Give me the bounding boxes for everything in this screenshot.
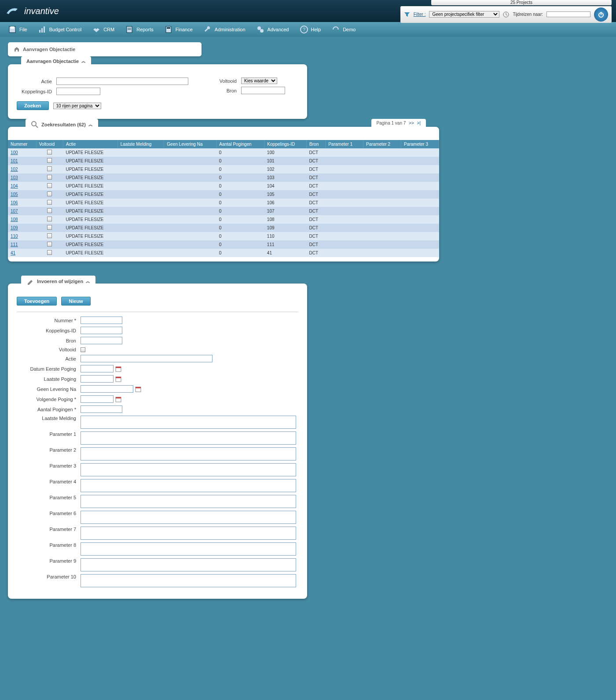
calendar-icon[interactable] <box>115 376 121 382</box>
p3-label: Parameter 3 <box>17 463 81 468</box>
p4-input[interactable] <box>81 479 296 492</box>
actie-input2[interactable] <box>81 355 213 362</box>
table-header[interactable]: Bron <box>307 140 326 148</box>
calendar-icon[interactable] <box>135 386 141 392</box>
table-header[interactable]: Parameter 1 <box>326 140 363 148</box>
svg-rect-22 <box>116 377 121 378</box>
actie-input[interactable] <box>56 77 188 85</box>
aantal-pogingen-input[interactable] <box>81 405 122 413</box>
menu-admin[interactable]: Administration <box>199 22 250 37</box>
voltooid-checkbox[interactable] <box>81 347 85 352</box>
nummer-link[interactable]: 103 <box>11 175 18 180</box>
nummer-link[interactable]: 106 <box>11 200 18 205</box>
cell-melding <box>117 182 164 190</box>
datum-eerste-input[interactable] <box>81 365 114 372</box>
table-header[interactable]: Aantal Pogingen <box>216 140 264 148</box>
pagination-next[interactable]: >> <box>409 121 414 125</box>
p6-input[interactable] <box>81 511 296 524</box>
voltooid-checkbox[interactable] <box>47 250 52 255</box>
bron-input2[interactable] <box>81 337 122 344</box>
voltooid-checkbox[interactable] <box>47 225 52 230</box>
koppelings-input[interactable] <box>56 88 100 95</box>
voltooid-checkbox[interactable] <box>47 150 52 155</box>
table-header[interactable]: Laatste Melding <box>117 140 164 148</box>
nummer-link[interactable]: 111 <box>11 242 18 247</box>
calendar-icon[interactable] <box>115 396 121 402</box>
menu-finance[interactable]: Finance <box>160 22 197 37</box>
voltooid-checkbox[interactable] <box>47 183 52 188</box>
cell-bron: DCT <box>307 165 326 173</box>
nummer-link[interactable]: 100 <box>11 150 18 155</box>
filter-link[interactable]: Filter : <box>414 12 426 17</box>
table-header[interactable]: Actie <box>63 140 118 148</box>
cell-pogingen: 0 <box>216 249 264 257</box>
laatste-poging-input[interactable] <box>81 375 114 383</box>
nummer-input[interactable] <box>81 317 122 324</box>
p5-input[interactable] <box>81 495 296 508</box>
zoeken-button[interactable]: Zoeken <box>17 101 49 110</box>
p10-input[interactable] <box>81 574 296 587</box>
table-row: 109UPDATE FILESIZE0109DCT <box>8 224 439 232</box>
calendar-icon[interactable] <box>115 366 121 372</box>
nieuw-button[interactable]: Nieuw <box>61 297 90 306</box>
collapse-icon[interactable]: ︽ <box>81 58 86 64</box>
filter-select[interactable]: Geen projectspecifiek filter <box>429 11 499 18</box>
p8-input[interactable] <box>81 542 296 556</box>
p2-input[interactable] <box>81 447 296 461</box>
home-icon[interactable] <box>14 47 19 52</box>
koppel-input[interactable] <box>81 327 122 334</box>
table-header[interactable]: Parameter 3 <box>401 140 439 148</box>
power-button[interactable] <box>594 7 608 22</box>
table-header[interactable]: Nummer <box>8 140 36 148</box>
pagination-last[interactable]: >| <box>417 121 421 125</box>
menu-file[interactable]: File <box>4 22 32 37</box>
cell-pogingen: 0 <box>216 157 264 165</box>
table-header[interactable]: Parameter 2 <box>363 140 401 148</box>
voltooid-checkbox[interactable] <box>47 233 52 238</box>
menu-help[interactable]: ?Help <box>295 22 326 37</box>
collapse-icon[interactable]: ︽ <box>88 122 93 128</box>
table-header[interactable]: Geen Levering Na <box>164 140 216 148</box>
voltooid-select[interactable]: Kies waarde <box>241 77 277 84</box>
voltooid-checkbox[interactable] <box>47 217 52 221</box>
volgende-poging-label: Volgende Poging * <box>17 397 81 402</box>
cell-koppel: 100 <box>264 148 307 157</box>
voltooid-checkbox[interactable] <box>47 192 52 196</box>
voltooid-checkbox[interactable] <box>47 200 52 205</box>
menu-reports[interactable]: Reports <box>121 22 158 37</box>
toevoegen-button[interactable]: Toevoegen <box>17 297 57 306</box>
voltooid-checkbox[interactable] <box>47 208 52 213</box>
nummer-link[interactable]: 109 <box>11 225 18 230</box>
voltooid-checkbox[interactable] <box>47 242 52 247</box>
cell-actie: UPDATE FILESIZE <box>63 190 118 199</box>
voltooid-checkbox[interactable] <box>47 175 52 180</box>
laatste-melding-input[interactable] <box>81 416 296 429</box>
menu-crm[interactable]: CRM <box>88 22 119 37</box>
table-header[interactable]: Voltooid <box>36 140 63 148</box>
tijdreizen-input[interactable] <box>546 11 590 17</box>
p9-input[interactable] <box>81 558 296 571</box>
collapse-icon[interactable]: ︽ <box>86 278 90 284</box>
nummer-link[interactable]: 108 <box>11 217 18 222</box>
voltooid-checkbox[interactable] <box>47 166 52 171</box>
nummer-link[interactable]: 41 <box>11 251 15 255</box>
nummer-link[interactable]: 107 <box>11 209 18 214</box>
svg-point-13 <box>257 26 261 30</box>
p7-input[interactable] <box>81 527 296 540</box>
p3-input[interactable] <box>81 463 296 476</box>
menu-budget[interactable]: Budget Control <box>33 22 86 37</box>
nummer-link[interactable]: 105 <box>11 192 18 197</box>
rows-per-page-select[interactable]: 10 rijen per pagina <box>53 103 101 109</box>
bron-input[interactable] <box>241 87 285 94</box>
table-header[interactable]: Koppelings-ID <box>264 140 307 148</box>
voltooid-checkbox[interactable] <box>47 158 52 163</box>
geen-levering-input[interactable] <box>81 385 133 393</box>
nummer-link[interactable]: 102 <box>11 167 18 172</box>
menu-advanced[interactable]: Advanced <box>252 22 293 37</box>
nummer-link[interactable]: 104 <box>11 184 18 188</box>
volgende-poging-input[interactable] <box>81 395 114 403</box>
menu-demo[interactable]: Demo <box>327 22 360 37</box>
nummer-link[interactable]: 101 <box>11 158 18 163</box>
p1-input[interactable] <box>81 431 296 445</box>
nummer-link[interactable]: 110 <box>11 234 18 239</box>
